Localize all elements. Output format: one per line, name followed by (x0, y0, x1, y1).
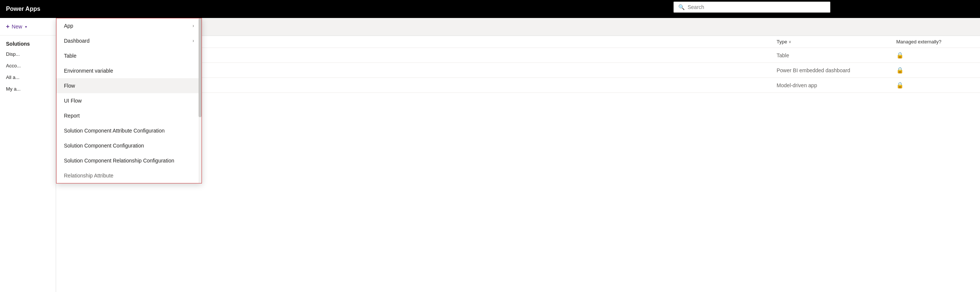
new-label: New (11, 24, 22, 30)
sidebar-item-alla[interactable]: All a... (0, 72, 56, 83)
dropdown-item-report[interactable]: Report (56, 108, 202, 123)
row-type: Power BI embedded dashboard (776, 67, 896, 73)
row-type: Model-driven app (776, 82, 896, 88)
chevron-down-icon: ▾ (25, 25, 27, 29)
top-bar: Power Apps 🔍 (0, 0, 980, 18)
scroll-thumb (199, 18, 202, 117)
dropdown-item-scac[interactable]: Solution Component Attribute Configurati… (56, 123, 202, 138)
sidebar-item-label: My a... (6, 86, 21, 92)
lock-icon: 🔒 (896, 67, 904, 74)
row-managed: 🔒 (896, 52, 971, 59)
dropdown-item-label: Environment variable (64, 68, 113, 74)
sidebar: + New ▾ Solutions Disp... Acco... All a.… (0, 18, 56, 292)
sort-icon: ∨ (789, 40, 791, 44)
dropdown-item-dashboard[interactable]: Dashboard › (56, 34, 202, 48)
sidebar-solutions-label: Solutions (0, 35, 56, 48)
sidebar-item-label: All a... (6, 75, 19, 80)
dropdown-item-label: Table (64, 53, 76, 59)
dropdown-item-label: Dashboard (64, 38, 90, 44)
sidebar-item-disp[interactable]: Disp... (0, 48, 56, 60)
sidebar-item-label: Acco... (6, 63, 21, 69)
dropdown-item-label: Solution Component Relationship Configur… (64, 158, 174, 164)
dropdown-item-label: UI Flow (64, 98, 81, 104)
dropdown-item-uiflow[interactable]: UI Flow (56, 93, 202, 108)
lock-icon: 🔒 (896, 52, 904, 59)
scroll-track[interactable] (199, 18, 202, 183)
dropdown-item-label: Solution Component Attribute Configurati… (64, 128, 164, 134)
dropdown-item-label: App (64, 23, 73, 29)
dropdown-menu: App › Dashboard › Table Environment vari… (56, 18, 202, 183)
row-managed: 🔒 (896, 81, 971, 89)
dropdown-item-table[interactable]: Table (56, 48, 202, 63)
dropdown-item-flow[interactable]: Flow (56, 78, 202, 93)
col-header-type[interactable]: Type ∨ (776, 39, 896, 45)
row-type: Table (776, 53, 896, 58)
sidebar-item-label: Disp... (6, 51, 20, 57)
dropdown-item-label: Flow (64, 83, 75, 89)
dropdown-item-scrc[interactable]: Solution Component Relationship Configur… (56, 153, 202, 168)
dropdown-item-app[interactable]: App › (56, 18, 202, 34)
sidebar-item-acco[interactable]: Acco... (0, 60, 56, 72)
arrow-right-icon: › (192, 23, 194, 29)
dropdown-item-envvar[interactable]: Environment variable (56, 63, 202, 78)
row-managed: 🔒 (896, 67, 971, 74)
dropdown-item-label: Solution Component Configuration (64, 143, 144, 148)
app-title: Power Apps (6, 6, 40, 12)
col-header-managed: Managed externally? (896, 39, 971, 45)
dropdown-item-label: Report (64, 113, 80, 119)
dropdown-item-scc[interactable]: Solution Component Configuration (56, 138, 202, 153)
dropdown-item-ra[interactable]: Relationship Attribute (56, 168, 202, 183)
plus-icon: + (6, 23, 10, 30)
dropdown-item-label: Relationship Attribute (64, 172, 113, 179)
new-button[interactable]: + New ▾ (0, 18, 56, 35)
search-input[interactable] (687, 4, 826, 10)
arrow-right-icon: › (192, 38, 194, 43)
sidebar-item-mya[interactable]: My a... (0, 83, 56, 95)
search-icon: 🔍 (678, 4, 685, 10)
search-box: 🔍 (673, 2, 830, 13)
lock-icon: 🔒 (896, 81, 904, 89)
search-container: 🔍 (673, 2, 830, 13)
